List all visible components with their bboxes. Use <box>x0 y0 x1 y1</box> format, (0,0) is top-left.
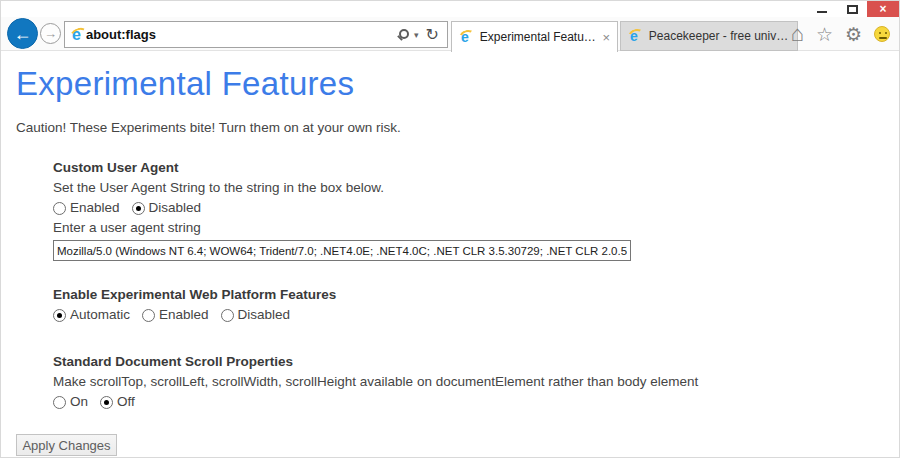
radio-label: Off <box>117 392 135 412</box>
address-bar[interactable]: e ▾ ↻ <box>64 21 448 48</box>
radio-option-disabled[interactable]: Disabled <box>132 198 202 218</box>
feedback-smiley-icon[interactable] <box>874 26 890 42</box>
tab-ie-icon: e <box>461 30 469 44</box>
radio-icon[interactable] <box>53 396 66 409</box>
caution-text: Caution! These Experiments bite! Turn th… <box>16 120 885 135</box>
maximize-icon <box>847 5 858 14</box>
tab-experimental-features[interactable]: e Experimental Features × <box>451 21 618 52</box>
tab-peacekeeper[interactable]: e Peacekeeper - free universa... <box>620 21 798 51</box>
apply-changes-button[interactable]: Apply Changes <box>16 434 117 456</box>
radio-label: Automatic <box>70 305 130 325</box>
tab-close-icon[interactable]: × <box>596 30 610 45</box>
radio-icon[interactable] <box>142 309 155 322</box>
radio-label: Enabled <box>70 198 120 218</box>
radio-option-disabled[interactable]: Disabled <box>221 305 291 325</box>
radio-option-off[interactable]: Off <box>100 392 135 412</box>
url-input[interactable] <box>86 27 395 42</box>
browser-navbar: ← → e ▾ ↻ e Experimental Features × e Pe… <box>1 17 899 51</box>
section-custom-user-agent: Custom User Agent Set the User Agent Str… <box>53 158 885 261</box>
section-web-platform-features: Enable Experimental Web Platform Feature… <box>53 285 885 325</box>
radio-label: On <box>70 392 88 412</box>
radio-label: Disabled <box>149 198 202 218</box>
flags-page-content: Experimental Features Caution! These Exp… <box>1 51 899 457</box>
forward-button[interactable]: → <box>40 23 61 44</box>
browser-toolbar: ⌂ ☆ ⚙ <box>791 23 890 45</box>
window-controls: × <box>807 1 899 17</box>
section-heading: Enable Experimental Web Platform Feature… <box>53 285 885 305</box>
radio-option-enabled[interactable]: Enabled <box>142 305 209 325</box>
section-heading: Custom User Agent <box>53 158 885 178</box>
radio-option-enabled[interactable]: Enabled <box>53 198 120 218</box>
radio-icon[interactable] <box>100 396 113 409</box>
section-description: Set the User Agent String to the string … <box>53 178 885 198</box>
radio-icon[interactable] <box>132 202 145 215</box>
section-heading: Standard Document Scroll Properties <box>53 352 885 372</box>
window-titlebar: × <box>1 1 899 17</box>
user-agent-input-label: Enter a user agent string <box>53 218 885 238</box>
radio-label: Disabled <box>238 305 291 325</box>
user-agent-input[interactable] <box>53 240 631 261</box>
favorites-star-icon[interactable]: ☆ <box>816 25 833 44</box>
radio-option-automatic[interactable]: Automatic <box>53 305 130 325</box>
section-scroll-properties: Standard Document Scroll Properties Make… <box>53 352 885 412</box>
close-icon: × <box>879 2 886 16</box>
custom-user-agent-radio-group: Enabled Disabled <box>53 198 885 218</box>
search-icon[interactable] <box>399 29 409 39</box>
home-icon[interactable]: ⌂ <box>791 23 804 45</box>
radio-icon[interactable] <box>221 309 234 322</box>
search-dropdown-caret-icon[interactable]: ▾ <box>414 30 419 40</box>
maximize-button[interactable] <box>837 1 867 17</box>
settings-gear-icon[interactable]: ⚙ <box>845 25 862 44</box>
radio-icon[interactable] <box>53 202 66 215</box>
close-button[interactable]: × <box>867 1 899 17</box>
web-platform-radio-group: Automatic Enabled Disabled <box>53 305 885 325</box>
radio-option-on[interactable]: On <box>53 392 88 412</box>
radio-label: Enabled <box>159 305 209 325</box>
tab-title: Peacekeeper - free universa... <box>649 29 790 43</box>
radio-icon[interactable] <box>53 309 66 322</box>
forward-arrow-icon: → <box>44 27 57 40</box>
page-title: Experimental Features <box>16 65 885 103</box>
back-button[interactable]: ← <box>7 18 38 49</box>
tab-ie-icon: e <box>630 29 638 43</box>
back-arrow-icon: ← <box>14 25 32 43</box>
tab-title: Experimental Features <box>480 30 597 44</box>
minimize-button[interactable] <box>807 1 837 17</box>
minimize-icon <box>817 11 827 13</box>
scroll-properties-radio-group: On Off <box>53 392 885 412</box>
section-description: Make scrollTop, scrollLeft, scrollWidth,… <box>53 372 885 392</box>
ie-logo-icon: e <box>72 27 81 43</box>
refresh-icon[interactable]: ↻ <box>426 27 439 43</box>
